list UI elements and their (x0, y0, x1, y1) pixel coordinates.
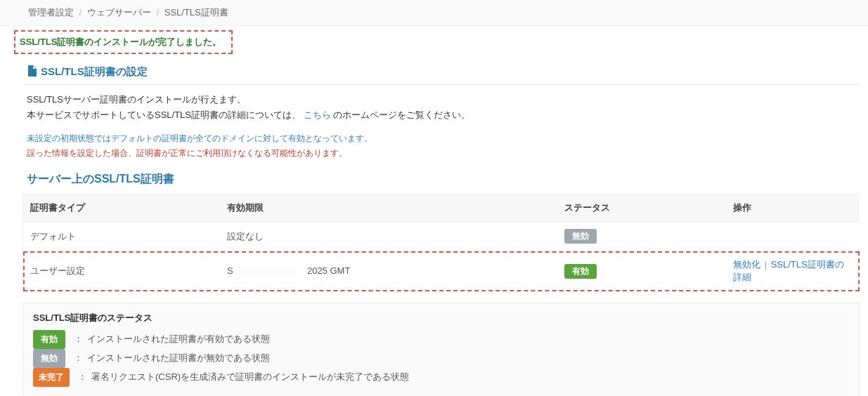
status-legend-title: SSL/TLS証明書のステータス (33, 312, 849, 324)
description-line: SSL/TLSサーバー証明書のインストールが行えます。 (27, 92, 858, 107)
cell-action (726, 222, 860, 251)
breadcrumb-sep: / (77, 7, 85, 18)
breadcrumb: 管理者設定 / ウェブサーバー / SSL/TLS証明書 (0, 0, 868, 26)
docs-link[interactable]: こちら (304, 110, 331, 120)
col-status: ステータス (557, 194, 726, 222)
table-heading: サーバー上のSSL/TLS証明書 (27, 172, 860, 187)
info-note: 未設定の初期状態ではデフォルトの証明書が全てのドメインに対して有効となっています… (27, 133, 860, 145)
section-title: SSL/TLS証明書の設定 (41, 65, 148, 79)
status-badge: 有効 (564, 264, 597, 279)
description: SSL/TLSサーバー証明書のインストールが行えます。 本サービスでサポートして… (22, 85, 860, 127)
cert-table: 証明書タイプ 有効期限 ステータス 操作 デフォルト 設定なし 無効 ユーザー設… (22, 194, 860, 291)
warning-note: 誤った情報を設定した場合、証明書が正常にご利用頂けなくなる可能性があります。 (27, 147, 860, 159)
cell-action: 無効化 | SSL/TLS証明書の詳細 (726, 251, 860, 291)
action-separator: | (763, 259, 768, 270)
cell-expiry: S 2025 GMT (220, 251, 557, 291)
col-action: 操作 (726, 194, 860, 222)
section-header: SSL/TLS証明書の設定 (22, 61, 860, 85)
cell-expiry: 設定なし (220, 222, 557, 251)
status-badge: 有効 (33, 330, 65, 349)
cell-status: 有効 (557, 251, 726, 291)
status-badge: 無効 (33, 349, 65, 368)
col-type: 証明書タイプ (23, 194, 221, 222)
col-expiry: 有効期限 (220, 194, 557, 222)
file-icon (27, 65, 37, 79)
breadcrumb-item[interactable]: ウェブサーバー (87, 7, 151, 18)
status-desc: 署名リクエスト(CSR)を生成済みで証明書のインストールが未完了である状態 (91, 369, 409, 386)
table-row: ユーザー設定 S 2025 GMT 有効 無効化 | SSL/TLS証明書の詳細 (23, 251, 860, 291)
status-desc: インストールされた証明書が有効である状態 (87, 331, 270, 348)
table-row: デフォルト 設定なし 無効 (23, 222, 860, 251)
disable-link[interactable]: 無効化 (733, 259, 760, 270)
description-line: 本サービスでサポートしているSSL/TLS証明書の詳細については、 こちら のホ… (27, 107, 858, 123)
status-desc: インストールされた証明書が無効である状態 (87, 350, 270, 367)
status-badge: 未完了 (33, 368, 70, 387)
success-message: SSL/TLS証明書のインストールが完了しました。 (14, 30, 233, 54)
status-legend-box: SSL/TLS証明書のステータス 有効 ： インストールされた証明書が有効である… (22, 303, 860, 396)
status-legend-row: 未完了 ： 署名リクエスト(CSR)を生成済みで証明書のインストールが未完了であ… (33, 368, 849, 387)
breadcrumb-item: SSL/TLS証明書 (164, 7, 228, 18)
status-legend-row: 有効 ： インストールされた証明書が有効である状態 (33, 330, 849, 349)
cell-status: 無効 (557, 222, 726, 251)
redacted-mask (238, 267, 302, 277)
cell-type: ユーザー設定 (23, 251, 221, 291)
status-badge: 無効 (564, 229, 597, 244)
status-legend-row: 無効 ： インストールされた証明書が無効である状態 (33, 349, 849, 368)
breadcrumb-item[interactable]: 管理者設定 (28, 7, 74, 18)
breadcrumb-sep: / (154, 7, 162, 18)
table-header-row: 証明書タイプ 有効期限 ステータス 操作 (23, 194, 860, 222)
cell-type: デフォルト (23, 222, 221, 251)
